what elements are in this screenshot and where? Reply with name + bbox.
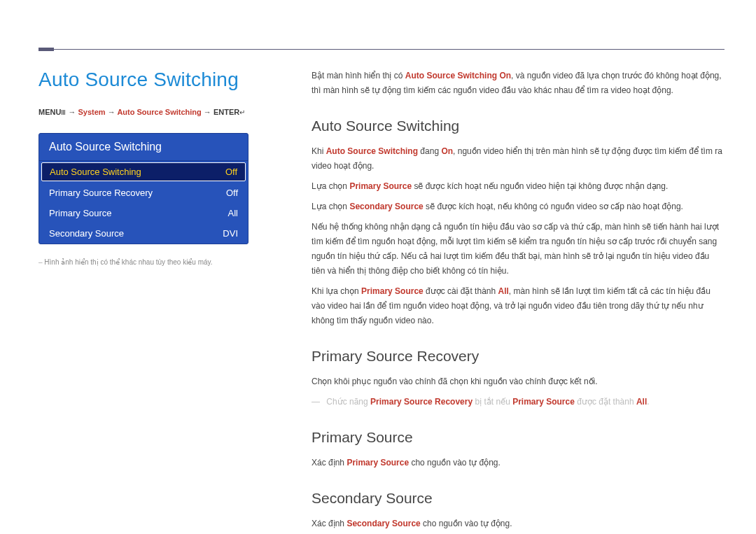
bc-system: System bbox=[78, 108, 106, 116]
osd-row-label: Primary Source Recovery bbox=[49, 188, 153, 198]
heading-primary-source: Primary Source bbox=[312, 429, 724, 446]
heading-primary-source-recovery: Primary Source Recovery bbox=[312, 348, 724, 365]
osd-caption: Hình ảnh hiển thị có thể khác nhau tùy t… bbox=[38, 257, 284, 268]
bc-enter: ENTER bbox=[214, 108, 239, 116]
para: Lựa chọn Primary Source sẽ được kích hoạ… bbox=[312, 179, 724, 194]
osd-row-label: Auto Source Switching bbox=[50, 167, 141, 177]
heading-auto-source-switching: Auto Source Switching bbox=[312, 118, 724, 134]
kw-auto-source-on: Auto Source Switching On bbox=[405, 71, 511, 80]
osd-row-auto-source-switching[interactable]: Auto Source Switching Off bbox=[41, 162, 246, 181]
osd-row-value: DVI bbox=[223, 228, 238, 239]
para: Lựa chọn Secondary Source sẽ được kích h… bbox=[312, 199, 724, 214]
para: Nếu hệ thống không nhận dạng cả nguồn tí… bbox=[312, 220, 724, 279]
header-rule bbox=[38, 49, 724, 50]
osd-row-value: Off bbox=[226, 188, 238, 198]
note: Chức năng Primary Source Recovery bị tắt… bbox=[312, 395, 724, 409]
enter-icon: ↵ bbox=[239, 107, 245, 118]
osd-row-value: Off bbox=[225, 167, 237, 177]
page-title: Auto Source Switching bbox=[38, 69, 284, 91]
para: Xác định Secondary Source cho nguồn vào … bbox=[312, 517, 724, 531]
osd-panel: Auto Source Switching Auto Source Switch… bbox=[38, 133, 248, 244]
osd-row-label: Primary Source bbox=[49, 208, 112, 218]
para: Khi lựa chọn Primary Source được cài đặt… bbox=[312, 284, 724, 328]
menu-icon: Ⅲ bbox=[61, 107, 66, 118]
osd-row-value: All bbox=[228, 208, 238, 218]
osd-header: Auto Source Switching bbox=[39, 134, 248, 161]
bc-arrow: → bbox=[68, 108, 76, 116]
bc-arrow: → bbox=[108, 108, 115, 116]
osd-row-primary-source-recovery[interactable]: Primary Source Recovery Off bbox=[39, 183, 248, 203]
breadcrumb: MENUⅢ → System → Auto Source Switching →… bbox=[38, 106, 284, 119]
bc-menu: MENU bbox=[38, 108, 61, 116]
osd-row-label: Secondary Source bbox=[49, 228, 124, 239]
bc-arrow: → bbox=[204, 108, 211, 116]
para: Xác định Primary Source cho nguồn vào tự… bbox=[312, 456, 724, 470]
heading-secondary-source: Secondary Source bbox=[312, 490, 724, 507]
osd-row-primary-source[interactable]: Primary Source All bbox=[39, 203, 248, 223]
intro-paragraph: Bật màn hình hiển thị có Auto Source Swi… bbox=[312, 69, 724, 98]
osd-row-secondary-source[interactable]: Secondary Source DVI bbox=[39, 223, 248, 244]
bc-auto-source: Auto Source Switching bbox=[117, 108, 201, 116]
para: Khi Auto Source Switching đang On, nguồn… bbox=[312, 144, 724, 174]
para: Chọn khôi phục nguồn vào chính đã chọn k… bbox=[312, 374, 724, 389]
